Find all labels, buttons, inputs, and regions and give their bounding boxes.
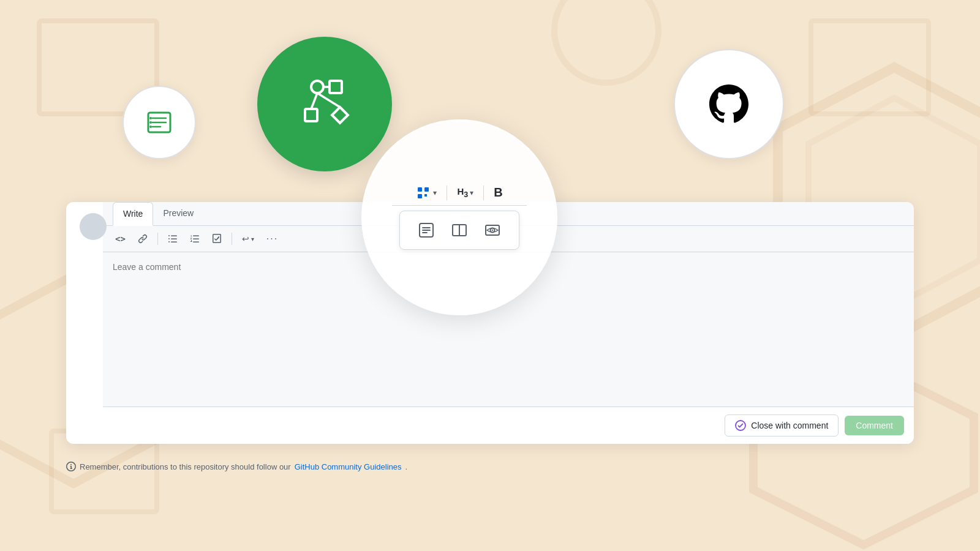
comment-button[interactable]: Comment [845, 416, 904, 435]
toolbar-preview-icon [484, 222, 500, 238]
toolbar-preview-button[interactable] [481, 219, 504, 242]
toolbar-tasklist-icon [418, 222, 434, 238]
github-circle [674, 49, 784, 159]
bg-circle-top [551, 0, 662, 86]
notice-link[interactable]: GitHub Community Guidelines [295, 462, 402, 471]
magnifier-toolbar-row1: ▾ H3 ▾ B [416, 186, 502, 200]
magnifier-toolbar-row2 [399, 211, 519, 250]
svg-rect-17 [418, 194, 422, 198]
svg-point-27 [492, 229, 493, 230]
bg-rect-topleft [37, 18, 159, 116]
mention-icon [416, 186, 431, 200]
svg-marker-11 [332, 107, 348, 123]
mention-dropdown-group[interactable]: ▾ [416, 186, 437, 200]
undo-button[interactable]: ↩ ▾ [237, 231, 259, 246]
svg-rect-18 [424, 194, 427, 197]
toolbar-tasklist-button[interactable] [415, 219, 438, 242]
ordered-list-icon [190, 234, 200, 244]
close-comment-icon [735, 420, 746, 431]
tasklist-icon [145, 108, 174, 137]
svg-line-14 [317, 93, 340, 107]
bold-icon: B [494, 186, 502, 199]
svg-rect-16 [424, 187, 429, 192]
toolbar-splitview-button[interactable] [448, 219, 471, 242]
svg-rect-10 [305, 109, 317, 121]
link-icon [138, 234, 148, 244]
tasklist-toolbar-icon [212, 234, 222, 244]
svg-rect-9 [330, 81, 342, 93]
info-icon [66, 462, 76, 471]
bold-button[interactable]: B [494, 186, 502, 200]
svg-line-13 [311, 93, 317, 109]
workflow-icon [294, 73, 355, 135]
bg-rect-topright [809, 18, 931, 116]
heading-dropdown-group[interactable]: H3 ▾ [457, 186, 473, 199]
magnifier-overlay: ▾ H3 ▾ B [361, 119, 557, 315]
svg-rect-15 [418, 187, 422, 192]
close-with-comment-button[interactable]: Close with comment [725, 414, 839, 437]
heading-dropdown-arrow: ▾ [470, 189, 473, 197]
svg-point-5 [149, 117, 152, 119]
tasklist-toolbar-button[interactable] [207, 231, 227, 246]
tab-write[interactable]: Write [113, 202, 153, 226]
svg-point-8 [311, 81, 323, 93]
toolbar-separator-2 [232, 233, 232, 245]
svg-point-7 [149, 126, 152, 128]
ordered-list-button[interactable] [185, 231, 205, 246]
notice-suffix: . [405, 462, 408, 471]
toolbar-splitview-icon [451, 222, 467, 238]
workflow-circle [257, 37, 392, 171]
more-options-button[interactable]: ··· [262, 231, 283, 247]
magnifier-divider [392, 205, 527, 206]
unordered-list-icon [168, 234, 178, 244]
link-button[interactable] [133, 231, 153, 246]
github-icon [704, 80, 753, 129]
svg-point-6 [149, 121, 152, 124]
toolbar-divider-1 [447, 186, 447, 200]
comment-button-label: Comment [856, 421, 893, 430]
card-notice: Remember, contributions to this reposito… [66, 462, 914, 471]
code-icon: <> [115, 234, 126, 244]
notice-text: Remember, contributions to this reposito… [80, 462, 291, 471]
tasklist-circle [123, 86, 196, 159]
toolbar-separator-1 [157, 233, 158, 245]
heading-label: H3 [457, 186, 468, 199]
tab-preview[interactable]: Preview [153, 202, 203, 226]
magnifier-content: ▾ H3 ▾ B [380, 173, 539, 262]
unordered-list-button[interactable] [163, 231, 183, 246]
toolbar-divider-2 [483, 186, 484, 200]
code-button[interactable]: <> [110, 231, 130, 246]
close-with-comment-label: Close with comment [751, 421, 828, 430]
avatar [80, 213, 107, 240]
mention-dropdown-arrow: ▾ [433, 189, 437, 197]
more-options-icon: ··· [266, 233, 278, 244]
card-footer: Close with comment Comment [103, 407, 914, 444]
svg-rect-0 [148, 113, 170, 132]
undo-icon: ↩ [242, 234, 249, 244]
undo-dropdown-arrow: ▾ [251, 236, 254, 242]
